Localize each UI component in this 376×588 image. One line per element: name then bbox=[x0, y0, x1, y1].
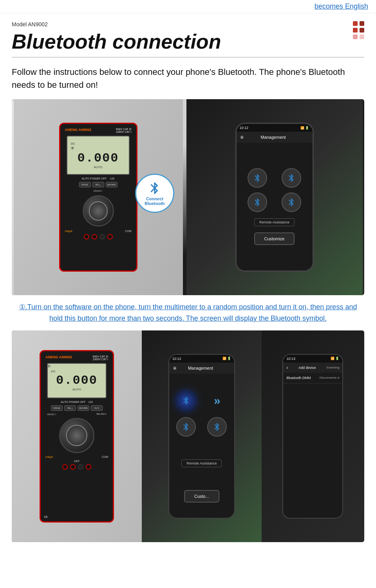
hz-label: Hz % bbox=[94, 407, 99, 409]
ce-label: CE bbox=[44, 515, 48, 518]
bt-buttons-grid-2: » bbox=[173, 389, 230, 437]
dial-labels: mAμA COM bbox=[63, 230, 133, 232]
customize-btn-2[interactable]: Custo... bbox=[184, 490, 219, 503]
phone-status-icons-3: 📶 🔋 bbox=[331, 357, 339, 360]
port-2-4 bbox=[86, 464, 91, 470]
main-content: Model AN9002 Bluetooth connection Follow… bbox=[0, 13, 376, 556]
add-device-title: Add device bbox=[298, 366, 316, 370]
port-4 bbox=[107, 234, 113, 240]
phone-content-2: » bbox=[169, 374, 234, 518]
maxmin-label-2: MAX/MIN bbox=[79, 407, 87, 409]
scanning-label: Scanning bbox=[326, 366, 339, 369]
phone-section-1: 10:12 📶 🔋 ≡ Management bbox=[186, 99, 363, 295]
device-status-label: Disconnecte d bbox=[320, 376, 340, 379]
device-name-label: Bluetooth DMM bbox=[286, 376, 311, 380]
bluetooth-icon-1 bbox=[148, 181, 162, 195]
phone-screen-3: 10:13 📶 🔋 ‹ Add device Scanning Bluetoot… bbox=[283, 355, 342, 518]
port-1 bbox=[84, 234, 89, 240]
connect-bluetooth-label: Connect Bluetooth bbox=[136, 196, 173, 206]
bluetooth-circle[interactable]: Connect Bluetooth bbox=[135, 174, 174, 213]
composite-image-2: ANENG AN9002 600V CAT III1000V CAT I ✳ D… bbox=[12, 330, 364, 542]
phone-time-2: 10:12 bbox=[172, 357, 181, 361]
dot-4 bbox=[360, 28, 364, 33]
port-2 bbox=[92, 234, 97, 240]
rel-btn-2: REL△ bbox=[64, 405, 76, 411]
phone-section-3: 10:13 📶 🔋 ‹ Add device Scanning Bluetoot… bbox=[262, 330, 364, 542]
add-device-header: ‹ Add device Scanning bbox=[283, 363, 342, 373]
phone-section-2: 10:12 📶 🔋 ≡ Management bbox=[142, 330, 262, 542]
bt-btn-1[interactable] bbox=[248, 168, 267, 188]
dial-labels-2: mAμA COM bbox=[44, 456, 110, 458]
instruction-text-1: ①.Turn on the software on the phone, tur… bbox=[12, 301, 364, 324]
customize-button[interactable]: Customize bbox=[254, 232, 295, 245]
phone-time-3: 10:13 bbox=[286, 357, 295, 361]
phone-status-icons-2: 📶 🔋 bbox=[222, 357, 231, 360]
blue-arrows-icon: » bbox=[214, 394, 221, 407]
asterisk-bluetooth: ✳ bbox=[47, 363, 51, 369]
screen-auto-2: AUTO bbox=[72, 388, 81, 391]
sel-ncv-label: SEL/NCV bbox=[96, 413, 107, 416]
phone-screen-1: 10:12 📶 🔋 ≡ Management bbox=[237, 124, 313, 270]
phone-time-1: 10:12 bbox=[240, 126, 249, 130]
off-label-row: OFF bbox=[74, 460, 80, 463]
phone-header-1: ≡ Management bbox=[237, 132, 313, 143]
phone-status-bar-2: 10:12 📶 🔋 bbox=[169, 355, 234, 363]
device-buttons-row-2: RANGE REL△ MAX/MIN Hz % bbox=[51, 405, 103, 411]
range-label: RANGE bbox=[81, 183, 89, 186]
dot-6 bbox=[360, 34, 364, 39]
becomes-english-link[interactable]: becomes English bbox=[315, 2, 368, 11]
screen-dc: DC bbox=[70, 142, 75, 145]
bt-buttons-grid-1 bbox=[243, 168, 306, 212]
page-title: Bluetooth connection bbox=[12, 31, 364, 53]
port-2-3 bbox=[78, 464, 83, 470]
device-screen: DC ✳ 0.000 AUTO bbox=[67, 136, 129, 175]
port-3 bbox=[99, 234, 105, 240]
bt-btn-2-3[interactable] bbox=[176, 417, 196, 437]
off-label: OFF bbox=[74, 460, 80, 463]
image-block-2: ANENG AN9002 600V CAT III1000V CAT I ✳ D… bbox=[12, 330, 364, 542]
dot-1 bbox=[353, 21, 358, 26]
phone-screen-2: 10:12 📶 🔋 ≡ Management bbox=[169, 355, 234, 518]
multimeter-section-1: ANENG AN9002 600V CAT III1000V CAT I DC … bbox=[14, 99, 183, 295]
bt-btn-4[interactable] bbox=[282, 192, 301, 212]
device-list-item-1[interactable]: Bluetooth DMM Disconnecte d bbox=[283, 373, 342, 383]
ma-label: mAμA bbox=[65, 230, 72, 232]
multimeter-device-1: ANENG AN9002 600V CAT III1000V CAT I DC … bbox=[59, 123, 137, 272]
auto-power-label: AUTO POWER OFF >2S bbox=[81, 177, 114, 180]
bottom-ports bbox=[84, 234, 113, 240]
screen-reading-2: 0.000 bbox=[56, 373, 98, 388]
back-arrow[interactable]: ‹ bbox=[286, 365, 288, 370]
range-label-2: RANGE bbox=[53, 407, 60, 409]
rel-label-2: REL△ bbox=[67, 407, 73, 409]
composite-image-1: ANENG AN9002 600V CAT III1000V CAT I DC … bbox=[12, 99, 364, 295]
device-cat-2: 600V CAT III1000V CAT I bbox=[93, 355, 108, 361]
device-top-label: ANENG AN9002 600V CAT III1000V CAT I bbox=[63, 127, 133, 134]
com-label-2: COM bbox=[102, 456, 108, 458]
bt-ripple-btn-1[interactable] bbox=[174, 389, 198, 412]
dots-decoration bbox=[353, 21, 364, 39]
range-btn-2: RANGE bbox=[51, 405, 63, 411]
dot-2 bbox=[360, 21, 364, 26]
rel-btn: REL△ bbox=[92, 182, 104, 187]
device-dial bbox=[83, 195, 114, 227]
device-cat: 600V CAT III1000V CAT I bbox=[116, 128, 131, 133]
port-2-1 bbox=[62, 464, 68, 470]
device-brand: ANENG AN9002 bbox=[65, 128, 92, 133]
auto-power-label-2: AUTO POWER OFF >2S bbox=[61, 401, 93, 403]
com-label: COM bbox=[125, 230, 131, 232]
model-label: Model AN9002 bbox=[12, 21, 364, 27]
hold-label-2: HOLD/☆ bbox=[47, 413, 56, 416]
bt-btn-2-4[interactable] bbox=[207, 417, 227, 437]
screen-dc-2: DC bbox=[51, 370, 56, 373]
bt-btn-3[interactable] bbox=[248, 192, 267, 212]
device-buttons-row-1: RANGE REL△ MAX/MIN bbox=[79, 182, 118, 187]
range-btn: RANGE bbox=[79, 182, 91, 187]
ma-label-2: mAμA bbox=[45, 456, 53, 458]
phone-device-3: 10:13 📶 🔋 ‹ Add device Scanning Bluetoot… bbox=[282, 354, 343, 519]
phone-title-1: Management bbox=[260, 135, 286, 140]
port-2-2 bbox=[70, 464, 76, 470]
image-block-1: ANENG AN9002 600V CAT III1000V CAT I DC … bbox=[12, 99, 364, 295]
multimeter-device-2: ANENG AN9002 600V CAT III1000V CAT I ✳ D… bbox=[40, 350, 114, 523]
bt-btn-2[interactable] bbox=[282, 168, 301, 188]
phone-status-bar-3: 10:13 📶 🔋 bbox=[283, 355, 342, 363]
